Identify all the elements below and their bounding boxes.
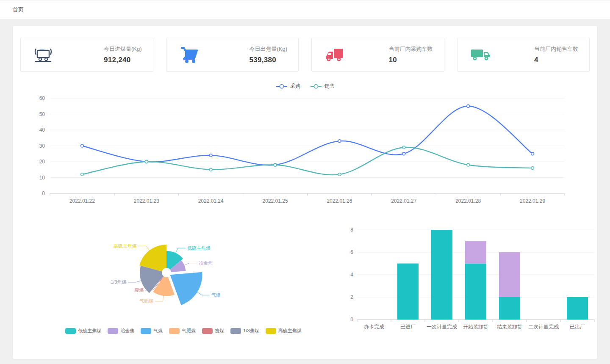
stat-cards-row: 今日进煤量(Kg) 912,240 今日出焦量(Kg) 539,380 <box>20 38 590 72</box>
stat-label: 当前厂内采购车数 <box>389 45 433 53</box>
stat-card-coke-out: 今日出焦量(Kg) 539,380 <box>166 38 299 72</box>
data-point[interactable] <box>531 167 534 170</box>
data-point[interactable] <box>81 144 84 147</box>
axis-label: 0 <box>42 190 45 196</box>
legend-item[interactable]: 低硫主焦煤 <box>65 328 101 334</box>
pie-label: 高硫主焦煤 <box>114 243 137 248</box>
legend-item[interactable]: 采购 <box>275 83 300 90</box>
bar-segment[interactable] <box>465 241 486 264</box>
data-point[interactable] <box>338 173 341 176</box>
bar-segment[interactable] <box>499 297 520 320</box>
axis-label: 开始装卸货 <box>463 324 488 330</box>
legend-label: 气煤 <box>153 328 163 334</box>
legend-label: 采购 <box>290 83 300 90</box>
bar-segment[interactable] <box>499 252 520 297</box>
legend-item[interactable]: 销售 <box>310 83 335 90</box>
pie-label: 低硫主焦煤 <box>187 245 211 251</box>
data-point[interactable] <box>81 173 84 176</box>
legend-item[interactable]: 气肥煤 <box>169 328 196 334</box>
axis-label: 2022.01.22 <box>69 198 95 204</box>
axis-label: 2022.01.24 <box>198 198 224 204</box>
coal-type-pie-block: 低硫主焦煤冶金焦气煤气肥煤瘦煤1/3焦煤高硫主焦煤 低硫主焦煤冶金焦气煤气肥煤瘦… <box>20 222 347 338</box>
pie-label-line <box>155 295 164 301</box>
stat-label: 今日出焦量(Kg) <box>249 45 287 53</box>
stat-value: 912,240 <box>104 56 142 64</box>
pie-slice[interactable] <box>170 272 202 305</box>
legend-label: 气肥煤 <box>182 328 196 334</box>
stat-card-sales-trucks: 当前厂内销售车数 4 <box>457 38 590 72</box>
legend-label: 销售 <box>324 83 335 90</box>
legend-label: 冶金焦 <box>120 328 134 334</box>
axis-label: 一次计量完成 <box>427 324 457 330</box>
pie-label: 气肥煤 <box>139 298 153 303</box>
axis-label: 6 <box>350 249 353 255</box>
axis-label: 4 <box>350 272 353 278</box>
axis-label: 2022.01.25 <box>263 198 288 204</box>
bar-segment[interactable] <box>567 297 588 320</box>
axis-label: 8 <box>350 227 353 233</box>
axis-label: 2022.01.26 <box>327 198 352 204</box>
legend-swatch <box>65 328 76 334</box>
axis-label: 2022.01.27 <box>391 198 416 204</box>
stat-value: 10 <box>389 56 433 64</box>
bar-segment[interactable] <box>465 264 486 320</box>
axis-label: 60 <box>39 95 45 101</box>
legend-item[interactable]: 气煤 <box>141 328 163 334</box>
line-series <box>82 106 532 165</box>
pie-label: 冶金焦 <box>199 260 213 265</box>
coal-type-rose-chart: 低硫主焦煤冶金焦气煤气肥煤瘦煤1/3焦煤高硫主焦煤 <box>20 222 342 324</box>
vehicle-status-bar-block: 02468办卡完成已进厂一次计量完成开始装卸货结束装卸货二次计量完成已出厂 <box>347 222 605 338</box>
line-chart-legend: 采购销售 <box>20 83 590 90</box>
data-point[interactable] <box>209 168 212 171</box>
legend-swatch <box>202 328 213 334</box>
legend-label: 低硫主焦煤 <box>78 328 101 334</box>
legend-item[interactable]: 1/3焦煤 <box>230 328 259 334</box>
data-point[interactable] <box>338 140 341 143</box>
pie-label: 气煤 <box>211 292 220 298</box>
legend-swatch <box>108 328 118 334</box>
bar-segment[interactable] <box>431 230 452 320</box>
pie-label-line <box>128 281 141 282</box>
legend-item[interactable]: 高硫主焦煤 <box>266 328 302 334</box>
data-point[interactable] <box>402 152 405 155</box>
cart-icon <box>177 44 201 65</box>
breadcrumb[interactable]: 首页 <box>13 6 24 14</box>
data-point[interactable] <box>209 154 212 157</box>
stat-label: 今日进煤量(Kg) <box>104 45 142 53</box>
axis-label: 办卡完成 <box>364 324 384 330</box>
truck-sales-icon <box>469 44 492 65</box>
stat-card-coal-in: 今日进煤量(Kg) 912,240 <box>20 38 153 72</box>
stat-card-purchase-trucks: 当前厂内采购车数 10 <box>311 38 444 72</box>
legend-item[interactable]: 冶金焦 <box>108 328 134 334</box>
pie-chart-legend: 低硫主焦煤冶金焦气煤气肥煤瘦煤1/3焦煤高硫主焦煤 <box>20 328 347 334</box>
data-point[interactable] <box>531 152 534 155</box>
pie-label-line <box>197 292 210 295</box>
legend-swatch <box>230 328 241 334</box>
legend-label: 1/3焦煤 <box>243 328 259 334</box>
truck-purchase-icon <box>323 44 347 65</box>
pie-label-line <box>184 263 197 265</box>
data-point[interactable] <box>145 160 148 163</box>
legend-label: 高硫主焦煤 <box>278 328 302 334</box>
data-point[interactable] <box>402 146 405 149</box>
pie-label: 1/3焦煤 <box>111 279 126 284</box>
axis-label: 2022.01.29 <box>520 198 545 204</box>
axis-label: 二次计量完成 <box>528 324 559 330</box>
bar-segment[interactable] <box>397 264 419 320</box>
pie-label-line <box>139 246 150 251</box>
stat-label: 当前厂内销售车数 <box>534 45 578 53</box>
pie-label: 瘦煤 <box>134 287 144 292</box>
dashboard-panel: 今日进煤量(Kg) 912,240 今日出焦量(Kg) 539,380 <box>13 26 597 359</box>
legend-marker-icon <box>310 83 322 89</box>
data-point[interactable] <box>274 163 277 166</box>
data-point[interactable] <box>467 163 470 166</box>
data-point[interactable] <box>467 105 470 108</box>
axis-label: 结束装卸货 <box>497 324 522 330</box>
legend-item[interactable]: 瘦煤 <box>202 328 224 334</box>
axis-label: 50 <box>39 111 45 117</box>
axis-label: 已出厂 <box>570 324 585 330</box>
purchase-sales-line-chart: 01020304050602022.01.222022.01.232022.01… <box>20 91 588 206</box>
axis-label: 已进厂 <box>400 324 416 330</box>
line-series <box>82 147 532 175</box>
legend-swatch <box>266 328 276 334</box>
